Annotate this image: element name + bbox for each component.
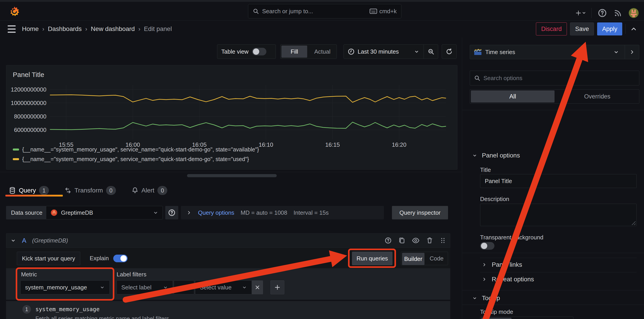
save-button[interactable]: Save — [570, 23, 594, 36]
metric-select[interactable]: system_memory_usage — [20, 280, 110, 294]
user-avatar[interactable] — [629, 8, 638, 18]
chevron-right-icon[interactable] — [186, 210, 192, 215]
breadcrumb-new-dashboard[interactable]: New dashboard — [91, 25, 135, 33]
legend-item-available[interactable]: {__name__="system_memory_usage", service… — [13, 146, 259, 153]
query-count-badge: 1 — [39, 186, 49, 195]
tab-all[interactable]: All — [471, 90, 554, 103]
tooltip-hidden-option[interactable]: Hidden — [543, 317, 573, 319]
transform-count-badge: 0 — [106, 186, 116, 195]
fill-option[interactable]: Fill — [282, 46, 307, 58]
code-mode-option[interactable]: Code — [425, 252, 448, 265]
viz-chevron-down-icon[interactable] — [608, 49, 625, 55]
query-row-header[interactable]: A (GreptimeDB) — [6, 233, 450, 248]
explain-toggle[interactable] — [113, 255, 128, 262]
keyboard-icon — [370, 8, 377, 14]
label-filters-label: Label filters — [116, 271, 146, 278]
pane-resize-handle[interactable] — [187, 174, 277, 177]
chevron-right-icon — [482, 262, 487, 267]
transparent-background-label: Transparent background — [480, 234, 543, 241]
options-tabs: All Overrides — [470, 89, 639, 104]
query-help-icon[interactable] — [384, 237, 392, 244]
query-inspector-button[interactable]: Query inspector — [392, 206, 448, 219]
active-tab-indicator — [6, 195, 63, 196]
chevron-down-icon — [472, 295, 478, 301]
svg-text:16:20: 16:20 — [392, 141, 406, 148]
search-options-input[interactable]: Search options — [470, 71, 639, 86]
panel-description-textarea[interactable] — [480, 204, 636, 226]
remove-query-trash-icon[interactable] — [426, 237, 433, 244]
tab-transform[interactable]: Transform 0 — [64, 183, 116, 197]
breadcrumb-dashboards[interactable]: Dashboards — [48, 25, 82, 33]
zoom-out-time-button[interactable] — [424, 45, 438, 59]
news-rss-icon[interactable] — [613, 8, 623, 18]
query-options-link[interactable]: Query options — [198, 209, 234, 216]
collapse-options-pane-button[interactable] — [625, 45, 639, 59]
menu-hamburger-icon[interactable] — [6, 23, 18, 35]
table-view-toggle[interactable] — [252, 48, 266, 55]
panel-title-input[interactable]: Panel Title — [480, 174, 636, 188]
remove-filter-button[interactable] — [252, 280, 263, 294]
textarea-resize-handle[interactable] — [630, 220, 636, 225]
panel-links-section[interactable]: Panel links — [482, 261, 522, 268]
actual-option[interactable]: Actual — [308, 45, 336, 59]
datasource-help-button[interactable] — [165, 206, 178, 219]
duplicate-query-icon[interactable] — [398, 237, 405, 244]
visualization-name: Time series — [485, 49, 515, 56]
datasource-label: Data source — [6, 206, 47, 219]
section-divider — [462, 253, 644, 253]
select-value-dropdown[interactable]: Select value — [195, 280, 252, 294]
hide-response-eye-icon[interactable] — [412, 237, 420, 244]
refresh-button[interactable] — [442, 45, 456, 59]
metric-label: Metric — [21, 271, 37, 278]
explain-label: Explain — [90, 255, 109, 262]
drag-handle-icon[interactable] — [440, 237, 446, 244]
display-mode-switch: Fill Actual — [280, 45, 337, 59]
tooltip-single-option[interactable]: Single — [481, 318, 512, 319]
chevron-right-icon — [482, 277, 487, 282]
panel-options-section[interactable]: Panel options — [472, 152, 520, 159]
database-icon — [9, 187, 16, 194]
title-label: Title — [480, 166, 491, 173]
add-dropdown-button[interactable] — [576, 8, 586, 18]
kick-start-query-button[interactable]: Kick start your query — [17, 252, 80, 265]
tab-overrides[interactable]: Overrides — [556, 90, 639, 103]
editor-pane-divider — [0, 172, 462, 172]
breadcrumb-current: Edit panel — [144, 25, 172, 33]
query-options-bar: Query options MD = auto = 1008 Interval … — [181, 206, 384, 219]
chevron-down-icon — [163, 285, 168, 290]
chevron-down-icon — [414, 49, 420, 55]
time-range-button[interactable]: Last 30 minutes — [344, 48, 424, 55]
apply-button[interactable]: Apply — [597, 23, 622, 36]
breadcrumb-bar: Home › Dashboards › New dashboard › Edit… — [0, 21, 644, 37]
legend-item-used[interactable]: {__name__="system_memory_usage", service… — [13, 156, 259, 162]
tab-alert[interactable]: Alert 0 — [132, 183, 168, 197]
tooltip-all-option[interactable]: All — [512, 317, 543, 319]
inset-divider — [480, 272, 636, 272]
breadcrumb-home[interactable]: Home — [22, 25, 39, 33]
nav-right-actions — [576, 4, 638, 23]
query-refid: A — [22, 237, 26, 244]
discard-button[interactable]: Discard — [536, 23, 567, 36]
tooltip-section[interactable]: Tooltip — [472, 294, 500, 302]
select-label-dropdown[interactable]: Select label — [116, 280, 173, 294]
global-search-input[interactable]: Search or jump to... cmd+k — [248, 4, 402, 19]
grafana-logo-icon[interactable] — [10, 6, 19, 17]
help-icon[interactable] — [597, 8, 607, 18]
repeat-options-section[interactable]: Repeat options — [482, 276, 534, 283]
transparent-background-toggle[interactable] — [480, 242, 494, 250]
transform-icon — [64, 187, 71, 194]
collapse-chevron-icon[interactable] — [10, 238, 16, 243]
nav-divider — [591, 8, 592, 18]
inset-divider — [480, 258, 636, 258]
run-queries-button[interactable]: Run queries — [352, 252, 392, 265]
collapse-chevron-up-icon[interactable] — [629, 24, 638, 34]
builder-mode-option[interactable]: Builder — [402, 253, 424, 265]
max-data-points: MD = auto = 1008 — [240, 209, 287, 216]
add-filter-button[interactable] — [270, 280, 284, 294]
visualization-picker[interactable]: Time series — [470, 45, 639, 59]
operator-dropdown[interactable]: = — [174, 280, 194, 294]
datasource-picker[interactable]: GreptimeDB — [46, 206, 163, 219]
svg-text:12000000000: 12000000000 — [11, 86, 46, 93]
search-shortcut: cmd+k — [370, 8, 397, 15]
chevron-down-icon — [100, 285, 105, 290]
